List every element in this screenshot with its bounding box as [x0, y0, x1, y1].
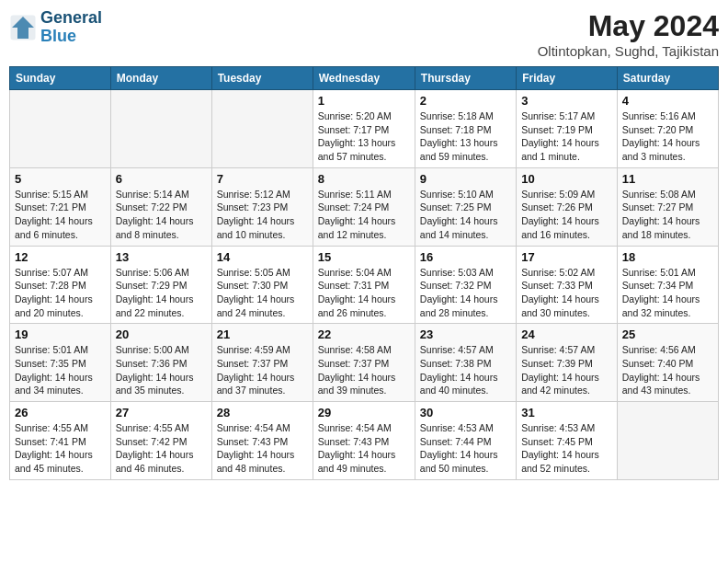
day-number: 17 [521, 250, 612, 264]
cell-info: Sunrise: 5:14 AM Sunset: 7:22 PM Dayligh… [116, 188, 207, 242]
day-number: 2 [420, 94, 511, 108]
calendar-cell: 23Sunrise: 4:57 AM Sunset: 7:38 PM Dayli… [415, 324, 516, 402]
cell-info: Sunrise: 5:01 AM Sunset: 7:34 PM Dayligh… [622, 266, 713, 320]
cell-info: Sunrise: 5:11 AM Sunset: 7:24 PM Dayligh… [318, 188, 410, 242]
title-block: May 2024 Oltintopkan, Sughd, Tajikistan [538, 9, 719, 59]
day-number: 23 [420, 327, 511, 341]
calendar-cell: 3Sunrise: 5:17 AM Sunset: 7:19 PM Daylig… [517, 90, 618, 168]
cell-info: Sunrise: 4:54 AM Sunset: 7:43 PM Dayligh… [217, 421, 308, 476]
cell-info: Sunrise: 5:07 AM Sunset: 7:28 PM Dayligh… [15, 266, 106, 320]
day-number: 20 [116, 327, 207, 341]
calendar-cell: 22Sunrise: 4:58 AM Sunset: 7:37 PM Dayli… [313, 324, 415, 402]
calendar-cell: 19Sunrise: 5:01 AM Sunset: 7:35 PM Dayli… [10, 324, 111, 402]
calendar-week-1: 1Sunrise: 5:20 AM Sunset: 7:17 PM Daylig… [10, 90, 719, 168]
calendar-cell: 25Sunrise: 4:56 AM Sunset: 7:40 PM Dayli… [617, 324, 718, 402]
calendar-cell: 12Sunrise: 5:07 AM Sunset: 7:28 PM Dayli… [10, 246, 111, 324]
calendar-week-3: 12Sunrise: 5:07 AM Sunset: 7:28 PM Dayli… [10, 246, 719, 324]
calendar-cell: 24Sunrise: 4:57 AM Sunset: 7:39 PM Dayli… [517, 324, 618, 402]
day-header-wednesday: Wednesday [313, 67, 415, 90]
cell-info: Sunrise: 5:15 AM Sunset: 7:21 PM Dayligh… [15, 188, 106, 242]
cell-info: Sunrise: 5:03 AM Sunset: 7:32 PM Dayligh… [420, 266, 511, 320]
day-number: 1 [318, 94, 410, 108]
cell-info: Sunrise: 5:16 AM Sunset: 7:20 PM Dayligh… [622, 109, 713, 164]
day-number: 5 [15, 172, 106, 186]
day-number: 16 [420, 250, 511, 264]
location-title: Oltintopkan, Sughd, Tajikistan [538, 43, 719, 59]
day-number: 10 [521, 172, 612, 186]
cell-info: Sunrise: 5:04 AM Sunset: 7:31 PM Dayligh… [318, 266, 410, 320]
calendar-week-4: 19Sunrise: 5:01 AM Sunset: 7:35 PM Dayli… [10, 324, 719, 402]
cell-info: Sunrise: 4:57 AM Sunset: 7:39 PM Dayligh… [521, 343, 612, 397]
day-number: 29 [318, 406, 410, 419]
cell-info: Sunrise: 4:56 AM Sunset: 7:40 PM Dayligh… [622, 343, 713, 397]
calendar-cell: 10Sunrise: 5:09 AM Sunset: 7:26 PM Dayli… [517, 167, 618, 246]
calendar-cell: 14Sunrise: 5:05 AM Sunset: 7:30 PM Dayli… [211, 246, 313, 324]
calendar-cell: 17Sunrise: 5:02 AM Sunset: 7:33 PM Dayli… [517, 246, 618, 324]
calendar-cell: 20Sunrise: 5:00 AM Sunset: 7:36 PM Dayli… [110, 324, 211, 402]
calendar-cell: 16Sunrise: 5:03 AM Sunset: 7:32 PM Dayli… [415, 246, 516, 324]
calendar-cell: 7Sunrise: 5:12 AM Sunset: 7:23 PM Daylig… [211, 167, 313, 246]
cell-info: Sunrise: 5:18 AM Sunset: 7:18 PM Dayligh… [420, 109, 511, 164]
cell-info: Sunrise: 5:05 AM Sunset: 7:30 PM Dayligh… [217, 266, 308, 320]
calendar-cell: 4Sunrise: 5:16 AM Sunset: 7:20 PM Daylig… [617, 90, 718, 168]
day-number: 19 [15, 327, 106, 341]
cell-info: Sunrise: 5:12 AM Sunset: 7:23 PM Dayligh… [217, 188, 308, 242]
day-number: 31 [521, 406, 612, 419]
cell-info: Sunrise: 5:08 AM Sunset: 7:27 PM Dayligh… [622, 188, 713, 242]
day-number: 4 [622, 94, 713, 108]
day-header-tuesday: Tuesday [211, 67, 313, 90]
calendar-body: 1Sunrise: 5:20 AM Sunset: 7:17 PM Daylig… [10, 90, 719, 480]
day-number: 9 [420, 172, 511, 186]
day-number: 11 [622, 172, 713, 186]
logo: General Blue [9, 9, 102, 46]
cell-info: Sunrise: 5:01 AM Sunset: 7:35 PM Dayligh… [15, 343, 106, 397]
calendar-cell: 26Sunrise: 4:55 AM Sunset: 7:41 PM Dayli… [10, 402, 111, 480]
calendar-cell [10, 90, 111, 168]
calendar-cell [617, 402, 718, 480]
day-number: 22 [318, 327, 410, 341]
cell-info: Sunrise: 5:17 AM Sunset: 7:19 PM Dayligh… [521, 109, 612, 164]
day-number: 26 [15, 406, 106, 419]
calendar-cell: 6Sunrise: 5:14 AM Sunset: 7:22 PM Daylig… [110, 167, 211, 246]
day-number: 30 [420, 406, 511, 419]
calendar-cell: 15Sunrise: 5:04 AM Sunset: 7:31 PM Dayli… [313, 246, 415, 324]
calendar-cell: 27Sunrise: 4:55 AM Sunset: 7:42 PM Dayli… [110, 402, 211, 480]
day-number: 6 [116, 172, 207, 186]
calendar-cell: 13Sunrise: 5:06 AM Sunset: 7:29 PM Dayli… [110, 246, 211, 324]
day-number: 25 [622, 327, 713, 341]
calendar-cell: 5Sunrise: 5:15 AM Sunset: 7:21 PM Daylig… [10, 167, 111, 246]
cell-info: Sunrise: 4:54 AM Sunset: 7:43 PM Dayligh… [318, 421, 410, 476]
calendar-cell: 2Sunrise: 5:18 AM Sunset: 7:18 PM Daylig… [415, 90, 516, 168]
day-number: 18 [622, 250, 713, 264]
cell-info: Sunrise: 5:02 AM Sunset: 7:33 PM Dayligh… [521, 266, 612, 320]
cell-info: Sunrise: 4:55 AM Sunset: 7:42 PM Dayligh… [116, 421, 207, 476]
cell-info: Sunrise: 5:20 AM Sunset: 7:17 PM Dayligh… [318, 109, 410, 164]
calendar-cell: 30Sunrise: 4:53 AM Sunset: 7:44 PM Dayli… [415, 402, 516, 480]
logo-text: General Blue [40, 9, 102, 46]
calendar-cell: 21Sunrise: 4:59 AM Sunset: 7:37 PM Dayli… [211, 324, 313, 402]
day-number: 8 [318, 172, 410, 186]
month-title: May 2024 [538, 9, 719, 43]
calendar-week-2: 5Sunrise: 5:15 AM Sunset: 7:21 PM Daylig… [10, 167, 719, 246]
logo-line2: Blue [40, 28, 102, 46]
calendar-cell [110, 90, 211, 168]
day-number: 13 [116, 250, 207, 264]
cell-info: Sunrise: 4:53 AM Sunset: 7:45 PM Dayligh… [521, 421, 612, 476]
day-number: 14 [217, 250, 308, 264]
cell-info: Sunrise: 4:59 AM Sunset: 7:37 PM Dayligh… [217, 343, 308, 397]
day-number: 3 [521, 94, 612, 108]
calendar-week-5: 26Sunrise: 4:55 AM Sunset: 7:41 PM Dayli… [10, 402, 719, 480]
page-header: General Blue May 2024 Oltintopkan, Sughd… [9, 9, 719, 59]
cell-info: Sunrise: 4:57 AM Sunset: 7:38 PM Dayligh… [420, 343, 511, 397]
cell-info: Sunrise: 5:10 AM Sunset: 7:25 PM Dayligh… [420, 188, 511, 242]
day-header-thursday: Thursday [415, 67, 516, 90]
day-number: 28 [217, 406, 308, 419]
cell-info: Sunrise: 5:09 AM Sunset: 7:26 PM Dayligh… [521, 188, 612, 242]
calendar-cell: 1Sunrise: 5:20 AM Sunset: 7:17 PM Daylig… [313, 90, 415, 168]
day-header-friday: Friday [517, 67, 618, 90]
day-header-monday: Monday [110, 67, 211, 90]
calendar-cell: 9Sunrise: 5:10 AM Sunset: 7:25 PM Daylig… [415, 167, 516, 246]
cell-info: Sunrise: 4:58 AM Sunset: 7:37 PM Dayligh… [318, 343, 410, 397]
calendar-cell: 28Sunrise: 4:54 AM Sunset: 7:43 PM Dayli… [211, 402, 313, 480]
day-number: 24 [521, 327, 612, 341]
